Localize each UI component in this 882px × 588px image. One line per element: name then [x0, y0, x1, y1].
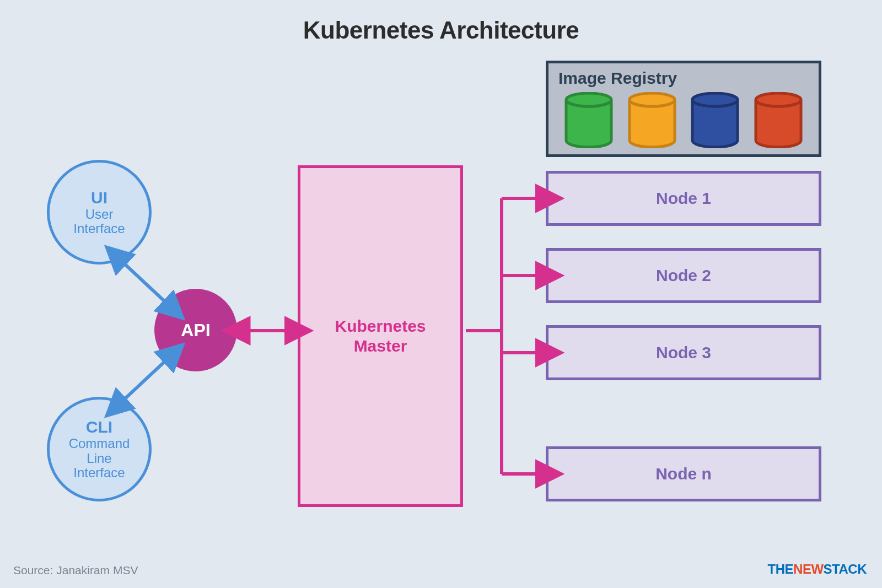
api-label: API	[181, 320, 210, 341]
diagram-title: Kubernetes Architecture	[0, 17, 882, 44]
ui-line1: User	[85, 207, 114, 222]
arrow-ui-api	[124, 263, 165, 302]
cylinder-icon	[564, 92, 614, 148]
api-circle: API	[154, 289, 237, 371]
node-1-label: Node 1	[656, 189, 711, 208]
image-registry-box: Image Registry	[546, 61, 821, 157]
image-registry-title: Image Registry	[558, 69, 809, 88]
arrow-cli-api	[124, 361, 165, 400]
svg-point-1	[630, 93, 675, 106]
node-3-box: Node 3	[546, 325, 821, 380]
node-2-label: Node 2	[656, 266, 711, 285]
master-line1: Kubernetes	[335, 317, 426, 335]
master-line2: Master	[354, 337, 407, 355]
brand-logo: THENEWSTACK	[768, 562, 867, 577]
kubernetes-master-box: Kubernetes Master	[298, 165, 463, 507]
cylinder-icon	[754, 92, 803, 148]
svg-point-2	[692, 93, 738, 106]
cli-bold: CLI	[86, 418, 112, 436]
cylinder-icon	[690, 92, 740, 148]
brand-the: THE	[768, 562, 794, 576]
svg-point-3	[756, 93, 801, 106]
source-attribution: Source: Janakiram MSV	[13, 564, 138, 577]
ui-bold: UI	[91, 188, 107, 207]
cli-line3: Interface	[73, 466, 125, 480]
svg-point-0	[566, 93, 611, 106]
cli-line1: Command	[69, 436, 130, 451]
node-n-label: Node n	[655, 465, 712, 483]
node-3-label: Node 3	[656, 343, 711, 362]
cli-circle: CLI Command Line Interface	[47, 397, 152, 501]
ui-circle: UI User Interface	[47, 160, 152, 265]
brand-stack: STACK	[824, 562, 867, 576]
brand-new: NEW	[793, 562, 824, 576]
image-registry-cylinders	[558, 90, 809, 148]
node-1-box: Node 1	[546, 171, 821, 226]
node-n-box: Node n	[546, 446, 821, 501]
cli-line2: Line	[87, 451, 111, 466]
node-2-box: Node 2	[546, 248, 821, 303]
cylinder-icon	[627, 92, 677, 148]
ui-line2: Interface	[73, 222, 125, 236]
